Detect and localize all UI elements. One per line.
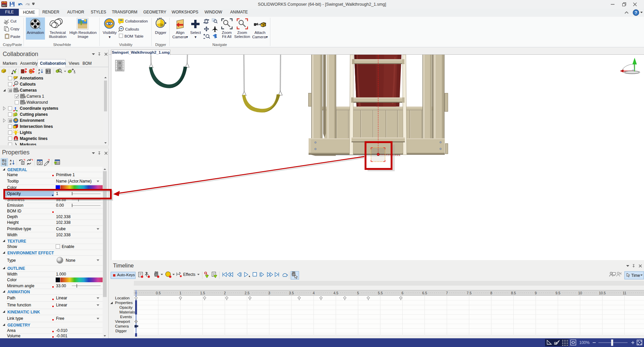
svg-text:6.5: 6.5	[422, 291, 427, 295]
svg-text:2.5: 2.5	[245, 291, 250, 295]
svg-text:Time: Time	[631, 273, 640, 278]
svg-text:Z: Z	[10, 162, 11, 165]
svg-text:3.5: 3.5	[289, 291, 294, 295]
svg-text:5.5: 5.5	[378, 291, 383, 295]
svg-text:6: 6	[401, 291, 404, 295]
svg-text:8.5: 8.5	[511, 291, 516, 295]
svg-text:1: 1	[179, 291, 181, 295]
svg-text:7.5: 7.5	[467, 291, 472, 295]
svg-text:9.5: 9.5	[555, 291, 560, 295]
svg-text:10: 10	[578, 291, 582, 295]
svg-text:Effects: Effects	[183, 272, 195, 277]
svg-text:1.5: 1.5	[200, 291, 205, 295]
svg-text:2: 2	[224, 291, 226, 295]
svg-text:3: 3	[268, 291, 270, 295]
svg-text:10.5: 10.5	[599, 291, 606, 295]
svg-text:0.5: 0.5	[156, 291, 161, 295]
svg-text:5: 5	[357, 291, 359, 295]
svg-text:2017: 2017	[2, 4, 7, 7]
svg-text:Z: Z	[38, 71, 40, 75]
svg-text:4: 4	[313, 291, 315, 295]
svg-text:A: A	[38, 68, 40, 71]
svg-text:100%: 100%	[579, 340, 590, 345]
svg-text:?: ?	[635, 10, 637, 15]
svg-text:11: 11	[623, 291, 626, 295]
svg-text:8: 8	[490, 291, 492, 295]
svg-text:9: 9	[535, 291, 537, 295]
svg-text:A: A	[10, 159, 12, 162]
svg-text:A: A	[15, 82, 17, 84]
svg-text:4.5: 4.5	[333, 291, 338, 295]
svg-text:7: 7	[446, 291, 448, 295]
